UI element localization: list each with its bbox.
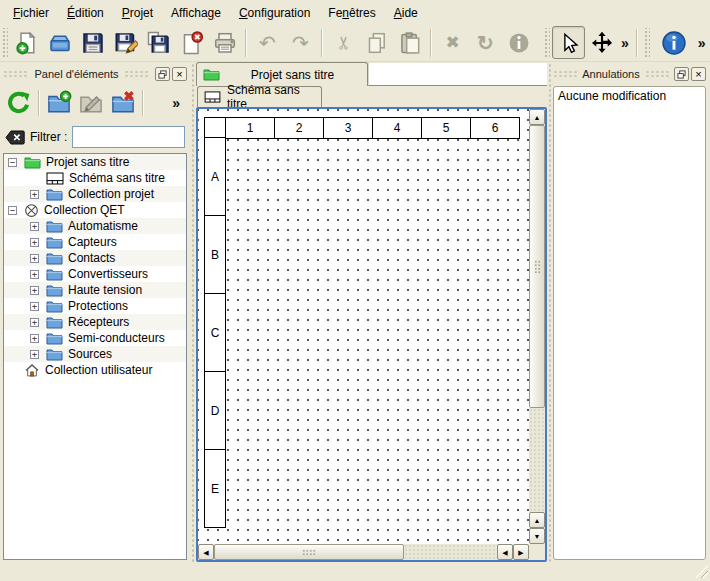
tree-item-collection-projet[interactable]: + Collection projet: [4, 186, 186, 202]
close-file-button[interactable]: [175, 26, 208, 59]
scroll-right-button[interactable]: ▶: [513, 544, 529, 560]
expand-icon[interactable]: +: [30, 270, 39, 279]
save-button[interactable]: [76, 26, 109, 59]
vertical-scroll-track[interactable]: [529, 408, 545, 512]
rotate-button[interactable]: ↻: [469, 26, 502, 59]
toolbar-overflow-button[interactable]: »: [618, 35, 632, 51]
tree-item-automatisme[interactable]: + Automatisme: [4, 218, 186, 234]
toolbar-drag-handle[interactable]: [1, 28, 8, 58]
resize-grip[interactable]: [695, 565, 708, 578]
cut-button[interactable]: ✂: [327, 26, 360, 59]
expand-icon[interactable]: +: [30, 302, 39, 311]
undo-dock-header[interactable]: Annulations ×: [553, 65, 706, 83]
horizontal-scrollbar[interactable]: ◀ ◀ ▶: [198, 544, 529, 560]
scroll-left-button-right[interactable]: ◀: [497, 544, 513, 560]
expand-icon[interactable]: +: [30, 222, 39, 231]
vertical-scrollbar[interactable]: ▲ ▲ ▼: [529, 109, 545, 544]
filter-input[interactable]: [72, 126, 185, 148]
scroll-up-button-bottom[interactable]: ▲: [529, 512, 545, 528]
menu-projet[interactable]: Projet: [113, 2, 162, 23]
tree-item-convertisseurs[interactable]: + Convertisseurs: [4, 266, 186, 282]
tree-item-recepteurs[interactable]: + Récepteurs: [4, 314, 186, 330]
dock-close-button[interactable]: ×: [172, 67, 187, 81]
copy-button[interactable]: [360, 26, 393, 59]
collapse-icon[interactable]: −: [8, 158, 17, 167]
tree-item-contacts[interactable]: + Contacts: [4, 250, 186, 266]
toolbar-separator: [142, 90, 144, 116]
diagram-canvas[interactable]: 1 2 3 4 5 6 A B C D E: [198, 109, 529, 544]
clear-filter-button[interactable]: [5, 130, 25, 145]
elements-panel-header[interactable]: Panel d'éléments ×: [3, 65, 187, 83]
tree-item-projet-sans-titre[interactable]: − Projet sans titre: [4, 154, 186, 170]
new-file-button[interactable]: [10, 26, 43, 59]
menu-edition[interactable]: Édition: [58, 2, 113, 23]
about-info-button[interactable]: [658, 26, 691, 59]
folder-blue-icon: [46, 188, 63, 201]
new-category-button[interactable]: [43, 88, 75, 119]
edit-category-button[interactable]: [75, 88, 107, 119]
toolbar-overflow-button[interactable]: »: [695, 35, 709, 51]
folder-blue-icon: [46, 332, 63, 345]
tree-item-collection-qet[interactable]: − Collection QET: [4, 202, 186, 218]
panel-toolbar-overflow-button[interactable]: »: [169, 95, 183, 111]
edit-folder-icon: [78, 90, 104, 116]
expand-icon[interactable]: +: [30, 318, 39, 327]
scroll-down-button[interactable]: ▼: [529, 528, 545, 544]
expand-icon[interactable]: +: [30, 350, 39, 359]
horizontal-scroll-thumb[interactable]: [214, 544, 404, 560]
delete-category-button[interactable]: [107, 88, 139, 119]
expand-icon[interactable]: +: [30, 190, 39, 199]
toolbar-drag-handle[interactable]: [543, 28, 550, 58]
move-cross-icon: [590, 31, 614, 55]
expand-icon[interactable]: +: [30, 286, 39, 295]
folder-blue-icon: [46, 300, 63, 313]
menu-fichier[interactable]: Fichier: [4, 2, 58, 23]
restore-icon: [677, 70, 686, 79]
dock-close-button[interactable]: ×: [691, 67, 706, 81]
tree-item-capteurs[interactable]: + Capteurs: [4, 234, 186, 250]
dock-float-button[interactable]: [155, 67, 170, 81]
clear-filter-icon: [5, 130, 25, 145]
paste-button[interactable]: [393, 26, 426, 59]
save-as-button[interactable]: [109, 26, 142, 59]
tree-item-semi-conducteurs[interactable]: + Semi-conducteurs: [4, 330, 186, 346]
reload-collections-button[interactable]: [3, 88, 35, 119]
tree-item-collection-utilisateur[interactable]: Collection utilisateur: [4, 362, 186, 378]
element-info-button[interactable]: [502, 26, 535, 59]
dock-float-button[interactable]: [674, 67, 689, 81]
expand-icon[interactable]: +: [30, 238, 39, 247]
horizontal-scroll-track[interactable]: [404, 544, 497, 560]
close-file-icon: [180, 31, 204, 55]
delete-button[interactable]: ✖: [436, 26, 469, 59]
redo-button[interactable]: ↷: [284, 26, 317, 59]
move-mode-button[interactable]: [585, 26, 618, 59]
column-header: 5: [421, 117, 471, 139]
scroll-up-button[interactable]: ▲: [529, 109, 545, 125]
menu-fenetres[interactable]: Fenêtres: [319, 2, 384, 23]
collapse-icon[interactable]: −: [8, 206, 17, 215]
print-button[interactable]: [208, 26, 241, 59]
tree-item-sources[interactable]: + Sources: [4, 346, 186, 362]
undo-list-item[interactable]: Aucune modification: [556, 88, 703, 104]
menu-affichage[interactable]: Affichage: [162, 2, 230, 23]
tree-item-schema-sans-titre[interactable]: Schéma sans titre: [4, 170, 186, 186]
undo-button[interactable]: ↶: [251, 26, 284, 59]
expand-icon[interactable]: +: [30, 254, 39, 263]
row-header: C: [204, 293, 226, 372]
dock-texture: [3, 70, 29, 79]
tree-item-protections[interactable]: + Protections: [4, 298, 186, 314]
elements-panel-title: Panel d'éléments: [34, 68, 118, 80]
tree-item-haute-tension[interactable]: + Haute tension: [4, 282, 186, 298]
menu-aide[interactable]: Aide: [385, 2, 427, 23]
save-all-button[interactable]: [142, 26, 175, 59]
vertical-scroll-thumb[interactable]: [529, 125, 545, 408]
toolbar-drag-handle[interactable]: [643, 28, 650, 58]
copy-icon: [365, 31, 389, 55]
open-file-button[interactable]: [43, 26, 76, 59]
tab-schema-sans-titre[interactable]: Schéma sans titre: [197, 86, 322, 107]
menu-configuration[interactable]: Configuration: [230, 2, 319, 23]
scroll-left-button[interactable]: ◀: [198, 544, 214, 560]
thumb-grip: [302, 549, 316, 556]
selection-mode-button[interactable]: [552, 26, 585, 59]
expand-icon[interactable]: +: [30, 334, 39, 343]
